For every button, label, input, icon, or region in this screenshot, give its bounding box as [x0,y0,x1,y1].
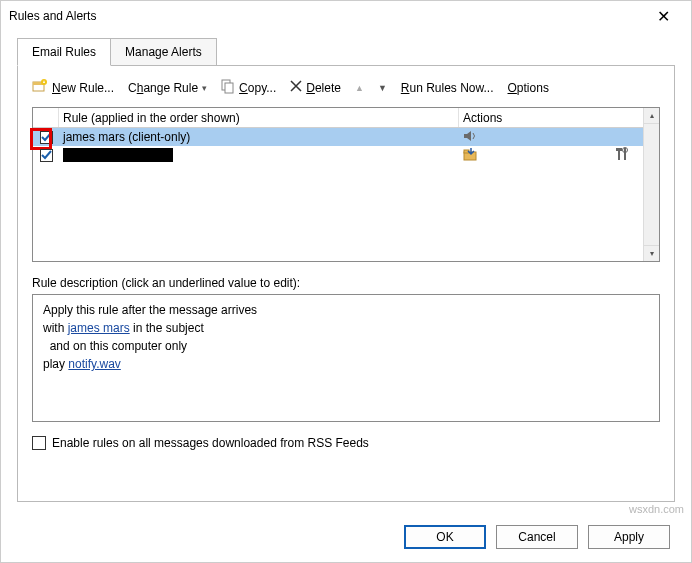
tab-strip: Email Rules Manage Alerts [1,31,691,65]
cancel-button[interactable]: Cancel [496,525,578,549]
ok-button-label: OK [436,530,453,544]
apply-button[interactable]: Apply [588,525,670,549]
close-button[interactable]: ✕ [643,7,683,26]
tab-manage-alerts-label: Manage Alerts [125,45,202,59]
rule-name [59,148,459,162]
copy-icon [221,79,235,96]
scroll-up-icon[interactable]: ▴ [644,108,659,124]
rule-row[interactable]: james mars (client-only) [33,128,659,146]
svg-rect-4 [225,83,233,93]
description-box: Apply this rule after the message arrive… [32,294,660,422]
copy-label: Copy... [239,81,276,95]
description-label: Rule description (click an underlined va… [32,276,660,290]
tab-email-rules-label: Email Rules [32,45,96,59]
subject-value-link[interactable]: james mars [68,321,130,335]
new-rule-label: New Rule... [52,81,114,95]
description-line: and on this computer only [43,337,649,355]
column-checkbox[interactable] [33,108,59,127]
ok-button[interactable]: OK [404,525,486,549]
tools-icon [615,147,629,164]
move-down-button[interactable]: ▼ [378,83,387,93]
sound-file-link[interactable]: notify.wav [68,357,120,371]
options-button[interactable]: Options [508,81,549,95]
column-actions[interactable]: Actions [459,108,659,127]
change-rule-button[interactable]: Change Rule ▾ [128,81,207,95]
redacted-text [63,148,173,162]
scroll-down-icon[interactable]: ▾ [644,245,659,261]
dialog-buttons: OK Cancel Apply [404,525,670,549]
sound-icon [463,130,477,145]
rss-enable-label: Enable rules on all messages downloaded … [52,436,369,450]
rules-list-header: Rule (applied in the order shown) Action… [33,108,659,128]
move-up-button[interactable]: ▲ [355,83,364,93]
titlebar: Rules and Alerts ✕ [1,1,691,31]
rule-actions [459,147,659,164]
run-rules-now-label: Run Rules Now... [401,81,494,95]
rules-alerts-dialog: Rules and Alerts ✕ Email Rules Manage Al… [0,0,692,563]
toolbar: New Rule... Change Rule ▾ Copy... Delete… [32,78,660,97]
dialog-title: Rules and Alerts [9,9,96,23]
rule-actions [459,130,659,145]
delete-icon [290,80,302,95]
description-line: play notify.wav [43,355,649,373]
rule-checkbox[interactable] [33,131,59,144]
rule-name: james mars (client-only) [59,130,459,144]
delete-button[interactable]: Delete [290,80,341,95]
rss-enable-row: Enable rules on all messages downloaded … [32,436,660,450]
run-rules-now-button[interactable]: Run Rules Now... [401,81,494,95]
rule-checkbox[interactable] [33,149,59,162]
options-label: Options [508,81,549,95]
rule-row[interactable] [33,146,659,164]
description-line: with james mars in the subject [43,319,649,337]
watermark: wsxdn.com [629,503,684,515]
svg-rect-10 [616,148,622,151]
new-rule-icon [32,78,48,97]
move-to-folder-icon [463,147,479,164]
email-rules-panel: New Rule... Change Rule ▾ Copy... Delete… [17,65,675,502]
svg-rect-11 [624,148,626,160]
column-rule[interactable]: Rule (applied in the order shown) [59,108,459,127]
copy-button[interactable]: Copy... [221,79,276,96]
column-actions-label: Actions [463,111,502,125]
rules-scrollbar[interactable]: ▴ ▾ [643,108,659,261]
delete-label: Delete [306,81,341,95]
dropdown-icon: ▾ [202,83,207,93]
cancel-button-label: Cancel [518,530,555,544]
description-line: Apply this rule after the message arrive… [43,301,649,319]
tab-email-rules[interactable]: Email Rules [17,38,111,66]
change-rule-label: Change Rule [128,81,198,95]
apply-button-label: Apply [614,530,644,544]
tab-manage-alerts[interactable]: Manage Alerts [111,38,217,66]
rss-enable-checkbox[interactable] [32,436,46,450]
new-rule-button[interactable]: New Rule... [32,78,114,97]
rules-list: Rule (applied in the order shown) Action… [32,107,660,262]
column-rule-label: Rule (applied in the order shown) [63,111,240,125]
